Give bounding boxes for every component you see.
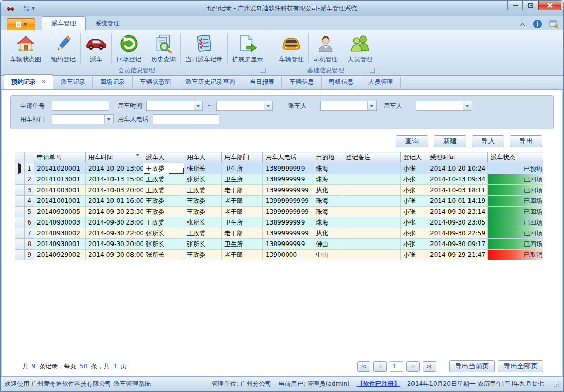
grid-cell[interactable]: 2014-10-01 16:00	[86, 196, 143, 207]
first-page-button[interactable]: |<	[357, 361, 370, 372]
grid-cell[interactable]: 张所长	[184, 163, 222, 174]
grid-column-header-0[interactable]: 申请单号	[34, 152, 86, 163]
about-icon[interactable]	[549, 20, 558, 28]
grid-cell[interactable]: 2014-09-30 20:00	[86, 239, 143, 250]
grid-column-header-3[interactable]: 用车人	[184, 152, 222, 163]
doc-tab-personnel-mgmt[interactable]: 人员管理	[361, 75, 401, 89]
grid-cell[interactable]: 王政委	[143, 217, 184, 228]
use-time-from-combo[interactable]	[146, 101, 203, 111]
grid-cell[interactable]: 从化	[313, 185, 343, 196]
grid-column-header-7[interactable]: 登记备注	[343, 152, 401, 163]
export-all-pages-button[interactable]: 导出全部页	[498, 360, 543, 372]
grid-cell[interactable]: 13999999999	[263, 207, 313, 217]
grid-cell[interactable]: 从化	[313, 228, 343, 239]
grid-cell[interactable]: 珠海	[313, 163, 343, 174]
chevron-down-icon[interactable]	[367, 101, 376, 110]
row-selector-cell[interactable]	[15, 239, 25, 250]
grid-cell[interactable]: 王政委	[143, 207, 184, 217]
grid-cell[interactable]: 王政委	[184, 207, 222, 217]
new-button[interactable]: 新建	[434, 135, 466, 147]
ribbon-button-dispatch[interactable]: 派车	[81, 31, 111, 65]
car-user-combo[interactable]	[416, 101, 472, 111]
grid-cell[interactable]: 2014-10-03 20:00	[86, 185, 143, 196]
grid-cell[interactable]: 王政委	[184, 250, 222, 260]
ribbon-button-driver-mgmt[interactable]: 司机管理	[309, 31, 343, 65]
table-row[interactable]: 7201409300022014-09-30 22:00张所长王政委老干部139…	[15, 228, 544, 239]
table-row[interactable]: 4201410010012014-10-01 16:00王政委王政委老干部139…	[15, 196, 544, 207]
app-menu-button[interactable]: ▼	[7, 18, 35, 30]
grid-cell[interactable]: 珠海	[313, 217, 343, 228]
grid-cell[interactable]: 老干部	[222, 196, 263, 207]
next-page-button[interactable]: >	[406, 361, 420, 372]
grid-cell[interactable]: 20141003001	[34, 185, 86, 196]
title-bar[interactable]: ▼ 预约记录 - 广州爱奇迪软件科技有限公司-派车管理系统	[1, 1, 563, 16]
grid-cell[interactable]	[343, 239, 401, 250]
page-number-input[interactable]	[390, 361, 403, 372]
grid-cell[interactable]: 2014-10-20 13:00	[86, 163, 143, 174]
grid-cell[interactable]: 王政委	[184, 185, 222, 196]
ribbon-button-extended-screen[interactable]: 扩展屏显示	[228, 31, 268, 65]
grid-cell[interactable]: 老干部	[222, 228, 263, 239]
table-row[interactable]: 1201410200012014-10-20 13:00王政委张所长卫生所138…	[15, 163, 544, 174]
grid-cell[interactable]: 卫生所	[222, 239, 263, 250]
ribbon-tab-1[interactable]: 系统管理	[86, 17, 129, 30]
grid-cell[interactable]: 2014-10-01 14:19	[427, 196, 488, 207]
grid-cell[interactable]: 珠海	[313, 196, 343, 207]
grid-cell[interactable]: 卫生所	[222, 217, 263, 228]
grid-cell[interactable]: 2014-09-29 21:47	[427, 250, 488, 260]
grid-cell[interactable]: 13999999999	[263, 185, 313, 196]
use-time-to-combo[interactable]	[216, 101, 273, 111]
dialog-launcher-icon[interactable]	[370, 68, 375, 73]
grid-cell[interactable]: 中山	[313, 250, 343, 260]
grid-cell[interactable]	[343, 163, 401, 174]
doc-tab-vehicle-info[interactable]: 车辆信息	[282, 75, 322, 89]
row-selector-cell[interactable]	[15, 207, 25, 217]
table-row[interactable]: 6201409300032014-09-30 23:00王政委张所长卫生所138…	[15, 217, 544, 228]
grid-cell[interactable]: 珠海	[313, 207, 343, 217]
minimize-button[interactable]	[507, 1, 523, 10]
grid-cell[interactable]: 王政委	[184, 196, 222, 207]
chevron-down-icon[interactable]	[463, 101, 472, 110]
dialog-launcher-icon[interactable]	[260, 68, 266, 73]
grid-cell[interactable]: 张所长	[184, 174, 222, 185]
table-row[interactable]: 9201409290022014-09-30 08:00张所长王政委老干部139…	[15, 250, 544, 260]
license-link[interactable]: 【软件已注册】	[357, 380, 400, 388]
export-button[interactable]: 导出	[510, 135, 542, 147]
row-selector-cell[interactable]	[15, 228, 25, 239]
doc-tab-return-records[interactable]: 回场记录	[93, 75, 133, 89]
grid-cell[interactable]: 张所长	[184, 217, 222, 228]
grid-cell[interactable]: 2014-09-30 08:00	[86, 250, 143, 260]
grid-column-header-4[interactable]: 用车部门	[222, 152, 263, 163]
prev-page-button[interactable]: <	[373, 361, 387, 372]
grid-cell[interactable]: 2014-10-13 15:00	[86, 174, 143, 185]
export-current-page-button[interactable]: 导出当前页	[449, 360, 495, 372]
grid-cell[interactable]: 1389999999	[263, 217, 313, 228]
ribbon-button-reservation-register[interactable]: 预约登记	[46, 31, 80, 65]
grid-cell[interactable]: 2014-09-30 23:00	[86, 217, 143, 228]
grid-cell[interactable]: 1389999999	[263, 174, 313, 185]
grid-cell[interactable]: 2014-10-13 09:34	[427, 174, 488, 185]
ribbon-button-personnel-mgmt[interactable]: 人员管理	[343, 31, 377, 65]
tab-close-icon[interactable]: ✕	[41, 79, 46, 85]
grid-cell[interactable]: 小张	[401, 196, 427, 207]
close-button[interactable]	[538, 1, 561, 10]
ribbon-button-vehicle-mgmt[interactable]: 车辆管理	[274, 31, 308, 65]
resize-grip[interactable]	[553, 381, 559, 387]
table-row[interactable]: 2201410130012014-10-13 15:00王政委张所长卫生所138…	[15, 174, 544, 185]
grid-cell[interactable]: 张所长	[143, 239, 184, 250]
grid-cell[interactable]: 小张	[401, 250, 427, 260]
grid-column-header-6[interactable]: 目的地	[313, 152, 343, 163]
row-selector-cell[interactable]	[15, 217, 25, 228]
grid-cell[interactable]: 20140930002	[34, 228, 86, 239]
table-row[interactable]: 5201409300052014-09-30 23:30王政委王政委老干部139…	[15, 207, 544, 217]
grid-cell[interactable]: 2014-09-30 09:17	[427, 239, 488, 250]
row-selector-cell[interactable]	[15, 174, 25, 185]
grid-cell[interactable]: 珠海	[313, 174, 343, 185]
grid-cell[interactable]: 2014-10-03 18:11	[427, 185, 488, 196]
grid-cell[interactable]: 2014-10-20 10:24	[427, 163, 488, 174]
grid-column-header-5[interactable]: 用车人电话	[263, 152, 313, 163]
grid-cell[interactable]: 2014-09-30 23:14	[427, 207, 488, 217]
grid-cell[interactable]	[343, 250, 401, 260]
grid-cell[interactable]	[343, 185, 401, 196]
chevron-down-icon[interactable]	[264, 101, 272, 110]
